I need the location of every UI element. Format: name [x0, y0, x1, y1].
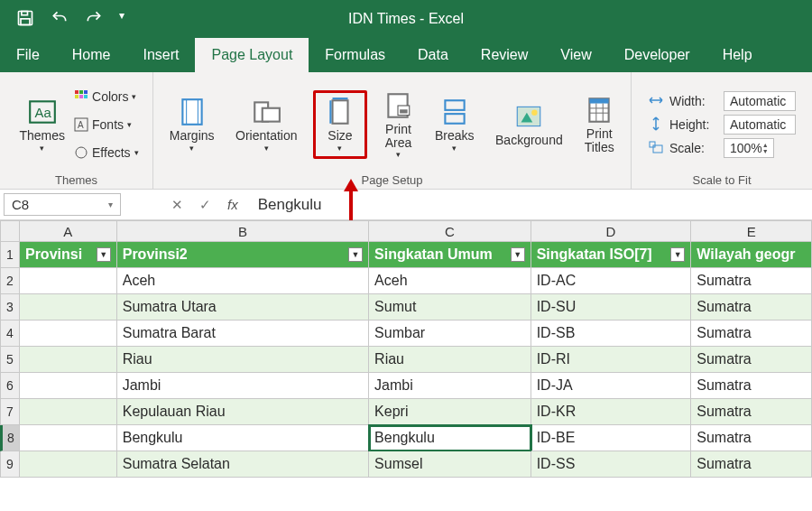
colors-button[interactable]: Colors▾ [74, 84, 136, 110]
cell[interactable]: Sumatra [691, 268, 812, 294]
ribbon: Aa Themes ▾ Colors▾ AFonts▾ Effects▾ The… [0, 72, 812, 190]
enter-icon[interactable]: ✓ [199, 197, 211, 213]
name-box[interactable]: C8▾ [4, 193, 121, 216]
tab-home[interactable]: Home [56, 38, 127, 72]
undo-icon[interactable] [51, 9, 69, 30]
tab-file[interactable]: File [0, 38, 56, 72]
cell[interactable]: Sumatra [691, 294, 812, 321]
row-header[interactable]: 6 [0, 373, 20, 399]
cell[interactable]: ID-JA [531, 373, 692, 399]
cell[interactable]: Sumatra Barat [117, 321, 369, 347]
cell[interactable]: ID-SB [531, 321, 692, 347]
cell[interactable]: ID-SS [531, 451, 692, 478]
scale-spinner[interactable]: 100%▲▼ [724, 138, 774, 158]
cell[interactable]: Jambi [369, 373, 531, 399]
cell[interactable]: Aceh [117, 268, 369, 294]
cell[interactable]: ID-SU [531, 294, 692, 321]
table-header[interactable]: Singkatan ISO[7]▼ [531, 242, 692, 268]
filter-arrow-icon[interactable]: ▼ [97, 247, 111, 262]
cell[interactable]: Sumatra [691, 373, 812, 399]
qat-customize-icon[interactable]: ▾ [119, 9, 125, 30]
cell[interactable]: ID-BE [531, 425, 692, 451]
width-dropdown[interactable]: Automatic [724, 91, 796, 111]
cell[interactable]: ID-KR [531, 399, 692, 425]
cell[interactable] [20, 294, 117, 321]
fonts-button[interactable]: AFonts▾ [74, 112, 132, 138]
background-button[interactable]: Background [490, 98, 568, 151]
margins-button[interactable]: Margins▾ [164, 93, 220, 155]
tab-insert[interactable]: Insert [126, 38, 195, 72]
fx-icon[interactable]: fx [227, 197, 238, 212]
cell[interactable]: Sumatra [691, 347, 812, 373]
filter-arrow-icon[interactable]: ▼ [348, 247, 363, 262]
tab-review[interactable]: Review [465, 38, 544, 72]
cell[interactable] [20, 451, 117, 478]
row-header[interactable]: 9 [0, 451, 20, 478]
ribbon-tabs: File Home Insert Page Layout Formulas Da… [0, 38, 812, 72]
col-header-E[interactable]: E [691, 220, 812, 242]
cancel-icon[interactable]: ✕ [171, 197, 183, 213]
cell[interactable] [20, 347, 117, 373]
cell[interactable]: Riau [117, 347, 369, 373]
cell[interactable]: Sumatra [691, 399, 812, 425]
cell[interactable]: Sumatra Selatan [117, 451, 369, 478]
themes-button[interactable]: Aa Themes ▾ [14, 93, 70, 155]
select-all-corner[interactable] [0, 220, 20, 242]
cell[interactable]: Sumatra [691, 321, 812, 347]
cell[interactable]: Kepri [369, 399, 531, 425]
formula-input[interactable]: Bengkulu [249, 190, 812, 219]
print-titles-button[interactable]: Print Titles [578, 91, 620, 159]
filter-arrow-icon[interactable]: ▼ [511, 247, 525, 262]
cell[interactable]: Bengkulu [369, 425, 531, 451]
size-button[interactable]: Size▾ [313, 90, 367, 158]
tab-formulas[interactable]: Formulas [309, 38, 401, 72]
cell[interactable] [20, 321, 117, 347]
cell[interactable]: Sumsel [369, 451, 531, 478]
breaks-button[interactable]: Breaks▾ [429, 93, 480, 155]
col-header-A[interactable]: A [20, 220, 117, 242]
save-icon[interactable] [16, 9, 34, 30]
cell[interactable]: Sumatra [691, 451, 812, 478]
cell[interactable]: Riau [369, 347, 531, 373]
cell[interactable]: Sumbar [369, 321, 531, 347]
cell[interactable] [20, 399, 117, 425]
cell[interactable]: Jambi [117, 373, 369, 399]
table-header[interactable]: Singkatan Umum▼ [369, 242, 531, 268]
cell[interactable] [20, 268, 117, 294]
tab-help[interactable]: Help [706, 38, 769, 72]
cell[interactable]: Bengkulu [117, 425, 369, 451]
cell[interactable]: Sumatra Utara [117, 294, 369, 321]
tab-page-layout[interactable]: Page Layout [195, 38, 309, 72]
row-header[interactable]: 1 [0, 242, 20, 268]
cell[interactable]: ID-AC [531, 268, 692, 294]
size-icon [325, 97, 355, 127]
tab-view[interactable]: View [544, 38, 607, 72]
cell[interactable]: Sumut [369, 294, 531, 321]
row-header[interactable]: 3 [0, 294, 20, 321]
cell[interactable]: Kepulauan Riau [117, 399, 369, 425]
row-header[interactable]: 7 [0, 399, 20, 425]
height-dropdown[interactable]: Automatic [724, 115, 796, 135]
col-header-C[interactable]: C [369, 220, 531, 242]
cell[interactable]: Sumatra [691, 425, 812, 451]
table-header[interactable]: Provinsi2▼ [117, 242, 369, 268]
tab-developer[interactable]: Developer [608, 38, 706, 72]
row-header[interactable]: 4 [0, 321, 20, 347]
cell[interactable] [20, 425, 117, 451]
table-header[interactable]: Wilayah geogr [691, 242, 812, 268]
row-header[interactable]: 5 [0, 347, 20, 373]
row-header[interactable]: 2 [0, 268, 20, 294]
cell[interactable] [20, 373, 117, 399]
col-header-D[interactable]: D [531, 220, 692, 242]
cell[interactable]: Aceh [369, 268, 531, 294]
orientation-button[interactable]: Orientation▾ [230, 93, 302, 155]
cell[interactable]: ID-RI [531, 347, 692, 373]
filter-arrow-icon[interactable]: ▼ [670, 247, 685, 262]
redo-icon[interactable] [85, 9, 103, 30]
print-area-button[interactable]: Print Area▾ [377, 87, 419, 163]
tab-data[interactable]: Data [401, 38, 465, 72]
col-header-B[interactable]: B [117, 220, 369, 242]
row-header[interactable]: 8 [0, 425, 20, 451]
table-header[interactable]: Provinsi▼ [20, 242, 117, 268]
effects-button[interactable]: Effects▾ [74, 140, 139, 166]
